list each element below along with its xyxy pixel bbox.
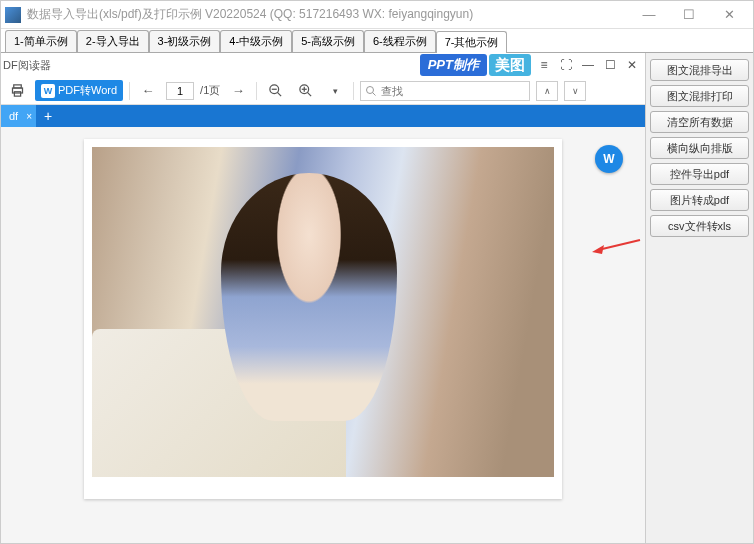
photo-content [92,147,554,477]
sidebar-button-5[interactable]: 图片转成pdf [650,189,749,211]
main-tabs: 1-简单示例2-导入导出3-初级示例4-中级示例5-高级示例6-线程示例7-其他… [1,29,753,53]
fullscreen-button[interactable]: ⛶ [555,54,577,76]
search-input[interactable] [381,85,525,97]
reader-title: DF阅读器 [3,58,51,73]
print-icon [10,83,25,98]
page-number-input[interactable] [166,82,194,100]
sidebar-button-4[interactable]: 控件导出pdf [650,163,749,185]
search-next-button[interactable]: ∨ [564,81,586,101]
badge-meitu[interactable]: 美图 [489,54,531,76]
search-icon [365,85,377,97]
pdf-page [84,139,562,499]
tab-1[interactable]: 2-导入导出 [77,30,149,52]
sidebar-button-3[interactable]: 横向纵向排版 [650,137,749,159]
document-tab-close[interactable]: × [26,111,32,122]
zoom-dropdown-button[interactable]: ▾ [323,80,347,102]
sidebar-button-0[interactable]: 图文混排导出 [650,59,749,81]
zoom-in-button[interactable] [293,80,317,102]
reader-close-button[interactable]: ✕ [621,54,643,76]
badge-ppt[interactable]: PPT制作 [420,54,487,76]
search-prev-button[interactable]: ∧ [536,81,558,101]
svg-line-11 [373,92,376,95]
zoom-out-icon [268,83,283,98]
sidebar: 图文混排导出图文混排打印清空所有数据横向纵向排版控件导出pdf图片转成pdfcs… [645,53,753,543]
document-tab[interactable]: df × [1,105,36,127]
pdf-to-word-label: PDF转Word [58,83,117,98]
print-button[interactable] [5,80,29,102]
zoom-out-button[interactable] [263,80,287,102]
separator [256,82,257,100]
sidebar-button-6[interactable]: csv文件转xls [650,215,749,237]
menu-button[interactable]: ≡ [533,54,555,76]
document-tab-label: df [9,110,18,122]
zoom-in-icon [298,83,313,98]
tab-0[interactable]: 1-简单示例 [5,30,77,52]
tab-5[interactable]: 6-线程示例 [364,30,436,52]
tab-3[interactable]: 4-中级示例 [220,30,292,52]
app-icon [5,7,21,23]
word-float-button[interactable]: W [595,145,623,173]
document-tabs: df × + [1,105,645,127]
search-box[interactable] [360,81,530,101]
close-button[interactable]: ✕ [709,2,749,28]
svg-point-10 [367,86,374,93]
prev-page-button[interactable]: ← [136,80,160,102]
titlebar: 数据导入导出(xls/pdf)及打印示例 V20220524 (QQ: 5172… [1,1,753,29]
separator [353,82,354,100]
window-title: 数据导入导出(xls/pdf)及打印示例 V20220524 (QQ: 5172… [27,6,629,23]
tab-4[interactable]: 5-高级示例 [292,30,364,52]
sidebar-button-1[interactable]: 图文混排打印 [650,85,749,107]
pdf-to-word-button[interactable]: W PDF转Word [35,80,123,101]
tab-2[interactable]: 3-初级示例 [149,30,221,52]
reader-maximize-button[interactable]: ☐ [599,54,621,76]
tab-6[interactable]: 7-其他示例 [436,31,508,53]
new-tab-button[interactable]: + [36,105,60,127]
sidebar-button-2[interactable]: 清空所有数据 [650,111,749,133]
page-total-label: /1页 [200,83,220,98]
reader-minimize-button[interactable]: — [577,54,599,76]
svg-line-9 [307,92,311,96]
svg-line-5 [277,92,281,96]
reader-header: DF阅读器 PPT制作 美图 ≡ ⛶ — ☐ ✕ [1,53,645,77]
minimize-button[interactable]: — [629,2,669,28]
word-icon: W [41,84,55,98]
toolbar: W PDF转Word ← /1页 → ▾ ∧ ∨ [1,77,645,105]
next-page-button[interactable]: → [226,80,250,102]
separator [129,82,130,100]
pdf-viewer[interactable]: W [1,127,645,543]
maximize-button[interactable]: ☐ [669,2,709,28]
